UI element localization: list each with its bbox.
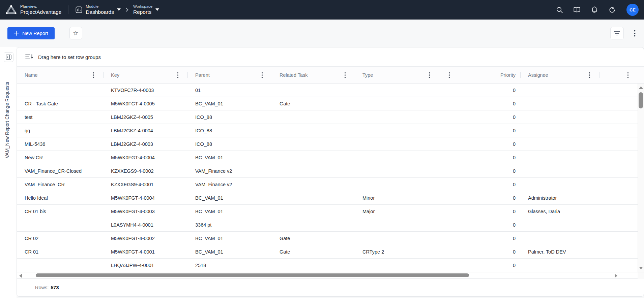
cell-parent: VAM_Finance v2 [187,178,272,191]
cell-key: KTVOFC7R-4-0003 [103,84,187,97]
column-menu-icon[interactable] [344,72,346,78]
expand-panel-button[interactable] [4,52,13,62]
search-icon[interactable] [556,6,563,13]
cell-key: LBMJ2GKZ-4-0004 [103,124,187,137]
table-row[interactable]: KTVOFC7R-4-0003010 [17,84,638,97]
rows-label: Rows: [35,285,49,290]
column-header-priority[interactable]: Priority [459,67,520,83]
cell-priority: 0 [459,124,520,137]
column-header-label: Type [362,72,373,78]
dashboards-icon [75,6,83,13]
column-header-blank2[interactable] [599,67,638,83]
cell-name: CR 01 bis [17,205,103,218]
content-area: VAM_New Report Change Requests Drag here… [0,47,644,298]
horizontal-scrollbar[interactable] [17,272,644,278]
table-row[interactable]: VAM_Finance_CR-ClosedKZXXEGS9-4-0002VAM_… [17,164,638,178]
column-menu-icon[interactable] [448,72,450,78]
cell-name: CR - Task Gate [17,97,103,110]
table-row[interactable]: CR - Task GateM5WK0FGT-4-0005BC_VAM_01Ga… [17,97,638,110]
column-header-type[interactable]: Type [355,67,439,83]
table-row[interactable]: CR 02M5WK0FGT-4-0002BC_VAM_01Gate0 [17,232,638,245]
cell-priority: 0 [459,178,520,191]
cell-key: M5WK0FGT-4-0001 [103,245,187,258]
column-header-related_task[interactable]: Related Task [272,67,355,83]
horizontal-scroll-thumb[interactable] [36,273,469,277]
cell-key: KZXXEGS9-4-0001 [103,178,187,191]
column-header-name[interactable]: Name [17,67,103,83]
filter-icon [614,31,620,36]
vertical-scroll-thumb[interactable] [639,92,643,108]
cell-parent: 01 [187,84,272,97]
cell-name: VAM_Finance_CR [17,178,103,191]
table-row[interactable]: New CRM5WK0FGT-4-0004BC_VAM_010 [17,151,638,164]
cell-parent: ICO_88 [187,137,272,151]
cell-priority: 0 [459,97,520,110]
column-menu-icon[interactable] [177,72,179,78]
row-group-dropzone[interactable]: Drag here to set row groups [17,47,644,67]
cell-parent: 3364 pt [187,218,272,231]
column-header-label: Related Task [280,72,308,78]
cell-priority: 0 [459,84,520,97]
column-menu-icon[interactable] [589,72,590,78]
cell-priority: 0 [459,232,520,245]
table-row[interactable]: MIL-5436LBMJ2GKZ-4-0003ICO_880 [17,137,638,151]
new-report-button[interactable]: New Report [7,27,55,39]
cell-priority: 0 [459,218,520,231]
cell-parent: BC_VAM_01 [187,205,272,218]
top-bar: Planview. ProjectAdvantage Module Dashbo… [0,0,644,20]
table-row[interactable]: CR 01M5WK0FGT-4-0001BC_VAM_01GateCRType … [17,245,638,259]
star-icon: ☆ [73,29,79,37]
scroll-left-icon[interactable] [19,274,22,278]
user-avatar[interactable]: CE [626,4,639,16]
report-tab-label[interactable]: VAM_New Report Change Requests [4,82,10,158]
workspace-switcher[interactable]: Workspace Reports [133,4,159,15]
breadcrumb-chevron-icon [125,7,128,12]
module-eyebrow: Module [86,4,114,9]
table-row[interactable]: CR 01 bisM5WK0FGT-4-0003BC_VAM_01Major0G… [17,205,638,218]
cell-parent: ICO_88 [187,124,272,137]
cell-name: New CR [17,151,103,164]
vertical-scrollbar[interactable] [638,84,644,272]
planview-logo[interactable]: Planview. ProjectAdvantage [5,4,61,15]
table-row[interactable]: L0ASYMH4-4-00013364 pt0 [17,218,638,232]
table-row[interactable]: LHQA3JPW-4-000125180 [17,259,638,272]
table-row[interactable]: Hello Idea!M5WK0FGT-4-0004BC_VAM_01Minor… [17,191,638,205]
table-row[interactable]: testLBMJ2GKZ-4-0005ICO_880 [17,110,638,124]
filter-button[interactable] [610,27,624,39]
cell-key: LBMJ2GKZ-4-0003 [103,137,187,151]
column-menu-icon[interactable] [429,72,430,78]
cell-parent: VAM_Finance v2 [187,164,272,177]
notifications-bell-icon[interactable] [591,6,598,13]
grid-header-row: NameKeyParentRelated TaskTypePriorityAss… [17,67,644,84]
refresh-icon[interactable] [608,6,616,13]
favorite-button[interactable]: ☆ [69,27,82,39]
new-report-label: New Report [22,31,48,36]
table-row[interactable]: ggLBMJ2GKZ-4-0004ICO_880 [17,124,638,137]
report-grid-panel: Drag here to set row groups NameKeyParen… [17,47,644,297]
cell-key: M5WK0FGT-4-0004 [103,151,187,164]
column-header-label: Assignee [528,72,548,78]
column-header-parent[interactable]: Parent [187,67,272,83]
column-menu-icon[interactable] [261,72,263,78]
cell-parent: ICO_88 [187,110,272,124]
scroll-right-icon[interactable] [615,274,617,278]
cell-related_task: Gate [272,97,355,110]
column-header-key[interactable]: Key [103,67,187,83]
column-header-label: Priority [500,72,516,78]
column-header-blank1[interactable] [439,67,459,83]
toolbar-more-button[interactable] [631,27,639,39]
cell-assignee: Administrator [520,191,599,204]
column-menu-icon[interactable] [627,72,629,78]
cell-parent: BC_VAM_01 [187,245,272,258]
column-header-assignee[interactable]: Assignee [520,67,599,83]
table-row[interactable]: VAM_Finance_CRKZXXEGS9-4-0001VAM_Finance… [17,178,638,191]
cell-type: CRType 2 [355,245,439,258]
column-menu-icon[interactable] [93,72,94,78]
help-book-icon[interactable] [573,6,581,13]
cell-type: Minor [355,191,439,204]
scroll-down-icon[interactable] [639,267,643,269]
cell-priority: 0 [459,164,520,177]
cell-name: CR 01 [17,245,103,258]
scroll-up-icon[interactable] [639,86,643,89]
module-switcher[interactable]: Module Dashboards [75,4,121,15]
